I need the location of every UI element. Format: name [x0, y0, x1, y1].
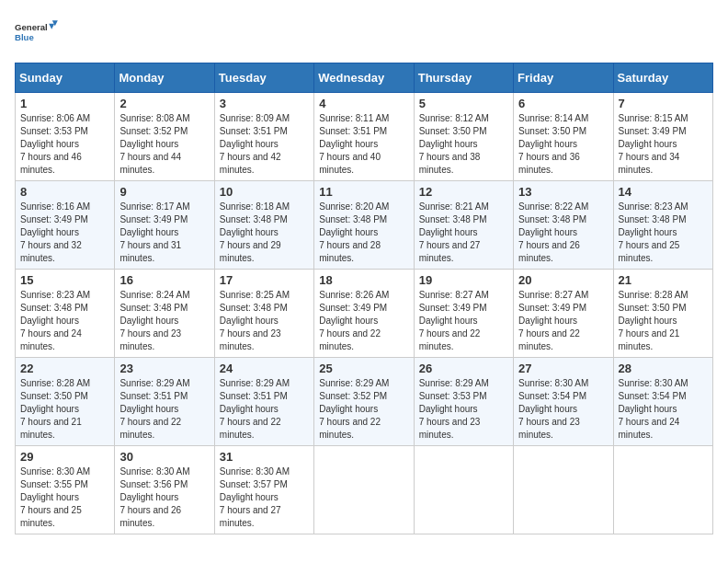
- day-info: Sunrise: 8:27 AM Sunset: 3:49 PM Dayligh…: [419, 289, 508, 353]
- day-number: 16: [119, 273, 209, 287]
- calendar-cell: [613, 446, 712, 534]
- calendar-cell: 19 Sunrise: 8:27 AM Sunset: 3:49 PM Dayl…: [414, 270, 513, 358]
- calendar-cell: 26 Sunrise: 8:29 AM Sunset: 3:53 PM Dayl…: [414, 358, 513, 446]
- calendar-cell: 31 Sunrise: 8:30 AM Sunset: 3:57 PM Dayl…: [214, 446, 313, 534]
- day-info: Sunrise: 8:15 AM Sunset: 3:49 PM Dayligh…: [619, 112, 708, 177]
- day-info: Sunrise: 8:08 AM Sunset: 3:52 PM Dayligh…: [119, 112, 209, 177]
- day-info: Sunrise: 8:29 AM Sunset: 3:51 PM Dayligh…: [220, 377, 309, 442]
- calendar-cell: 2 Sunrise: 8:08 AM Sunset: 3:52 PM Dayli…: [115, 93, 214, 181]
- day-info: Sunrise: 8:22 AM Sunset: 3:48 PM Dayligh…: [518, 201, 608, 265]
- day-number: 2: [119, 97, 209, 110]
- day-number: 18: [319, 273, 408, 287]
- calendar-cell: 21 Sunrise: 8:28 AM Sunset: 3:50 PM Dayl…: [613, 270, 712, 358]
- col-header-sunday: Sunday: [16, 63, 115, 93]
- calendar-cell: 24 Sunrise: 8:29 AM Sunset: 3:51 PM Dayl…: [214, 358, 313, 446]
- svg-marker-3: [49, 24, 54, 29]
- day-number: 30: [119, 450, 209, 464]
- calendar-cell: 7 Sunrise: 8:15 AM Sunset: 3:49 PM Dayli…: [613, 93, 712, 181]
- day-number: 1: [20, 97, 109, 110]
- day-number: 9: [119, 185, 209, 199]
- logo: General Blue: [15, 15, 59, 52]
- day-info: Sunrise: 8:26 AM Sunset: 3:49 PM Dayligh…: [319, 289, 408, 353]
- day-number: 10: [220, 185, 309, 199]
- day-number: 31: [220, 450, 309, 464]
- day-number: 15: [20, 273, 109, 287]
- day-number: 12: [419, 185, 508, 199]
- day-info: Sunrise: 8:17 AM Sunset: 3:49 PM Dayligh…: [119, 201, 209, 265]
- day-info: Sunrise: 8:30 AM Sunset: 3:54 PM Dayligh…: [619, 377, 708, 442]
- calendar-cell: 23 Sunrise: 8:29 AM Sunset: 3:51 PM Dayl…: [115, 358, 214, 446]
- col-header-monday: Monday: [115, 63, 214, 93]
- day-number: 13: [518, 185, 608, 199]
- col-header-tuesday: Tuesday: [214, 63, 313, 93]
- day-number: 7: [619, 97, 708, 110]
- day-number: 23: [119, 362, 209, 375]
- svg-text:General: General: [15, 22, 48, 32]
- calendar-cell: 27 Sunrise: 8:30 AM Sunset: 3:54 PM Dayl…: [514, 358, 613, 446]
- calendar-cell: 3 Sunrise: 8:09 AM Sunset: 3:51 PM Dayli…: [214, 93, 313, 181]
- day-number: 5: [419, 97, 508, 110]
- day-info: Sunrise: 8:18 AM Sunset: 3:48 PM Dayligh…: [220, 201, 309, 265]
- calendar-cell: [414, 446, 513, 534]
- day-info: Sunrise: 8:29 AM Sunset: 3:51 PM Dayligh…: [119, 377, 209, 442]
- day-number: 24: [220, 362, 309, 375]
- calendar-cell: 9 Sunrise: 8:17 AM Sunset: 3:49 PM Dayli…: [115, 181, 214, 270]
- day-number: 26: [419, 362, 508, 375]
- day-info: Sunrise: 8:30 AM Sunset: 3:55 PM Dayligh…: [20, 465, 109, 530]
- day-info: Sunrise: 8:24 AM Sunset: 3:48 PM Dayligh…: [119, 289, 209, 353]
- calendar-cell: [514, 446, 613, 534]
- calendar-header-row: SundayMondayTuesdayWednesdayThursdayFrid…: [16, 63, 713, 93]
- calendar-cell: 6 Sunrise: 8:14 AM Sunset: 3:50 PM Dayli…: [514, 93, 613, 181]
- calendar-week-5: 29 Sunrise: 8:30 AM Sunset: 3:55 PM Dayl…: [16, 446, 713, 534]
- day-number: 3: [220, 97, 309, 110]
- day-info: Sunrise: 8:06 AM Sunset: 3:53 PM Dayligh…: [20, 112, 109, 177]
- day-number: 4: [319, 97, 408, 110]
- col-header-saturday: Saturday: [613, 63, 712, 93]
- calendar-cell: 14 Sunrise: 8:23 AM Sunset: 3:48 PM Dayl…: [613, 181, 712, 270]
- day-number: 27: [518, 362, 608, 375]
- calendar-cell: 15 Sunrise: 8:23 AM Sunset: 3:48 PM Dayl…: [16, 270, 115, 358]
- day-number: 29: [20, 450, 109, 464]
- calendar-cell: 8 Sunrise: 8:16 AM Sunset: 3:49 PM Dayli…: [16, 181, 115, 270]
- calendar-cell: 29 Sunrise: 8:30 AM Sunset: 3:55 PM Dayl…: [16, 446, 115, 534]
- calendar-cell: 20 Sunrise: 8:27 AM Sunset: 3:49 PM Dayl…: [514, 270, 613, 358]
- col-header-thursday: Thursday: [414, 63, 513, 93]
- day-info: Sunrise: 8:30 AM Sunset: 3:56 PM Dayligh…: [119, 465, 209, 530]
- calendar-cell: 13 Sunrise: 8:22 AM Sunset: 3:48 PM Dayl…: [514, 181, 613, 270]
- svg-text:Blue: Blue: [15, 32, 34, 42]
- day-info: Sunrise: 8:14 AM Sunset: 3:50 PM Dayligh…: [518, 112, 608, 177]
- day-info: Sunrise: 8:29 AM Sunset: 3:52 PM Dayligh…: [319, 377, 408, 442]
- day-info: Sunrise: 8:27 AM Sunset: 3:49 PM Dayligh…: [518, 289, 608, 353]
- day-number: 21: [619, 273, 708, 287]
- day-info: Sunrise: 8:30 AM Sunset: 3:57 PM Dayligh…: [220, 465, 309, 530]
- day-number: 6: [518, 97, 608, 110]
- calendar-table: SundayMondayTuesdayWednesdayThursdayFrid…: [15, 63, 713, 534]
- col-header-friday: Friday: [514, 63, 613, 93]
- day-info: Sunrise: 8:23 AM Sunset: 3:48 PM Dayligh…: [20, 289, 109, 353]
- day-info: Sunrise: 8:12 AM Sunset: 3:50 PM Dayligh…: [419, 112, 508, 177]
- calendar-week-4: 22 Sunrise: 8:28 AM Sunset: 3:50 PM Dayl…: [16, 358, 713, 446]
- calendar-week-1: 1 Sunrise: 8:06 AM Sunset: 3:53 PM Dayli…: [16, 93, 713, 181]
- calendar-cell: 28 Sunrise: 8:30 AM Sunset: 3:54 PM Dayl…: [613, 358, 712, 446]
- calendar-cell: 18 Sunrise: 8:26 AM Sunset: 3:49 PM Dayl…: [314, 270, 414, 358]
- day-number: 22: [20, 362, 109, 375]
- day-number: 25: [319, 362, 408, 375]
- day-info: Sunrise: 8:11 AM Sunset: 3:51 PM Dayligh…: [319, 112, 408, 177]
- calendar-week-2: 8 Sunrise: 8:16 AM Sunset: 3:49 PM Dayli…: [16, 181, 713, 270]
- day-info: Sunrise: 8:23 AM Sunset: 3:48 PM Dayligh…: [619, 201, 708, 265]
- calendar-week-3: 15 Sunrise: 8:23 AM Sunset: 3:48 PM Dayl…: [16, 270, 713, 358]
- day-number: 17: [220, 273, 309, 287]
- calendar-cell: 10 Sunrise: 8:18 AM Sunset: 3:48 PM Dayl…: [214, 181, 313, 270]
- logo-svg: General Blue: [15, 15, 59, 52]
- day-number: 14: [619, 185, 708, 199]
- day-info: Sunrise: 8:28 AM Sunset: 3:50 PM Dayligh…: [20, 377, 109, 442]
- day-info: Sunrise: 8:09 AM Sunset: 3:51 PM Dayligh…: [220, 112, 309, 177]
- day-info: Sunrise: 8:25 AM Sunset: 3:48 PM Dayligh…: [220, 289, 309, 353]
- day-number: 11: [319, 185, 408, 199]
- day-info: Sunrise: 8:28 AM Sunset: 3:50 PM Dayligh…: [619, 289, 708, 353]
- calendar-cell: 16 Sunrise: 8:24 AM Sunset: 3:48 PM Dayl…: [115, 270, 214, 358]
- calendar-cell: 30 Sunrise: 8:30 AM Sunset: 3:56 PM Dayl…: [115, 446, 214, 534]
- day-info: Sunrise: 8:29 AM Sunset: 3:53 PM Dayligh…: [419, 377, 508, 442]
- calendar-cell: 11 Sunrise: 8:20 AM Sunset: 3:48 PM Dayl…: [314, 181, 414, 270]
- col-header-wednesday: Wednesday: [314, 63, 414, 93]
